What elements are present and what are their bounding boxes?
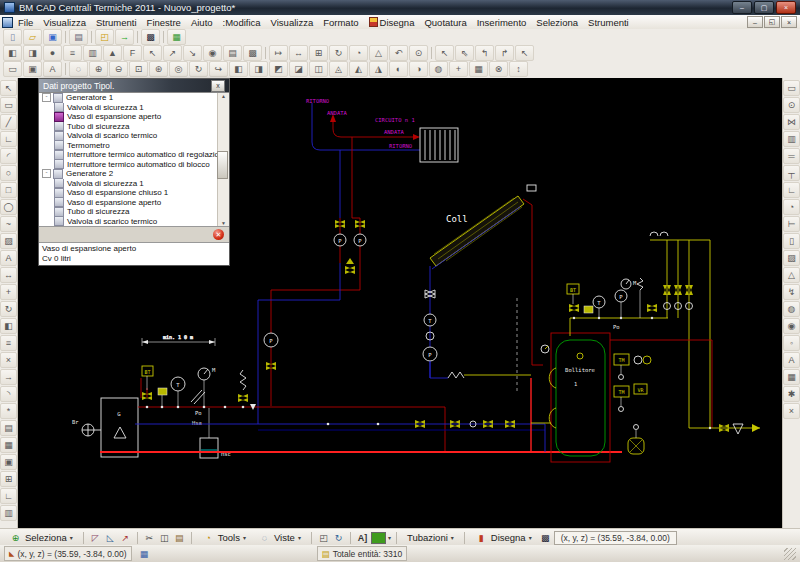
menu-visualizza-1[interactable]: Visualizza (38, 17, 91, 28)
view-left-icon[interactable]: ◭ (349, 61, 368, 77)
zoom-previous-icon[interactable]: ↻ (189, 61, 208, 77)
dim-icon[interactable]: ↔ (0, 267, 17, 283)
named-view-icon[interactable]: ▣ (23, 61, 42, 77)
render-icon[interactable]: ▦ (469, 61, 488, 77)
palette-close-button[interactable]: x (211, 80, 225, 92)
mdi-window-button[interactable]: × (781, 16, 797, 28)
explode-icon[interactable]: * (0, 403, 17, 419)
menu-inserimento[interactable]: Inserimento (472, 17, 532, 28)
disegna-dropdown[interactable]: ▮ Disegna ▾ (470, 531, 537, 545)
undo-icon[interactable]: ↶ (389, 45, 408, 61)
label-tool-icon[interactable]: A (783, 352, 800, 368)
regen-icon[interactable]: ↻ (332, 532, 345, 544)
triangle-snap-icon[interactable]: △ (369, 45, 388, 61)
radiator-tool-icon[interactable]: ▥ (783, 131, 800, 147)
tank-tool-icon[interactable]: ▯ (783, 233, 800, 249)
pointer-icon[interactable]: ↖ (0, 80, 17, 96)
tag-icon[interactable]: ◉ (203, 45, 222, 61)
circle-icon[interactable]: ○ (0, 165, 17, 181)
new-icon[interactable]: ▯ (3, 29, 22, 45)
scroll-up-icon[interactable]: ▲ (221, 93, 226, 99)
rotate-icon[interactable]: ↻ (329, 45, 348, 61)
generator-group[interactable]: G Br (72, 378, 147, 457)
text-style-icon[interactable]: A] (356, 532, 369, 544)
tree-item[interactable]: - Valvola di sicurezza 1 (39, 179, 229, 189)
hatch-icon[interactable]: ▨ (0, 233, 17, 249)
viste-dropdown[interactable]: ◌ Viste ▾ (253, 531, 306, 545)
tree-item[interactable]: - Valvola di scarico termico (39, 131, 229, 141)
menu-modifica[interactable]: :Modifica (218, 17, 266, 28)
lasso-icon[interactable]: ↗ (163, 45, 182, 61)
thermo-tool-icon[interactable]: ⊢ (783, 216, 800, 232)
generator-fittings-group[interactable]: BT T M Po (138, 366, 445, 452)
zoom-window-icon[interactable]: ⊡ (129, 61, 148, 77)
tree-item[interactable]: - Vaso di espansione chiuso 1 (39, 188, 229, 198)
layer-color-swatch[interactable] (371, 532, 386, 544)
line-icon[interactable]: ╱ (0, 114, 17, 130)
palette-title-bar[interactable]: Dati progetto Tipol. x (39, 79, 229, 92)
cursor-pick-icon[interactable]: ↖ (435, 45, 454, 61)
project-tree[interactable]: - Generatore 1 - Valvola di sicurezza 1 … (39, 92, 229, 226)
solar-collector-group[interactable]: Coll (430, 185, 536, 283)
zoom-realtime-icon[interactable]: ◌ (69, 61, 88, 77)
menu-formato[interactable]: Formato (318, 17, 363, 28)
zoom-out-icon[interactable]: ⊖ (109, 61, 128, 77)
view-right-icon[interactable]: ◮ (369, 61, 388, 77)
tree-expander-icon[interactable]: - (42, 93, 51, 102)
text-icon[interactable]: A (0, 250, 17, 266)
mirror-tool-icon[interactable]: ◧ (0, 318, 17, 334)
seleziona-dropdown[interactable]: ⊕ Seleziona ▾ (4, 531, 78, 545)
annotate-icon[interactable]: A (43, 61, 62, 77)
zoom-in-icon[interactable]: ⊕ (89, 61, 108, 77)
blocks-icon[interactable]: ▩ (539, 532, 552, 544)
tree-item[interactable]: - Interruttore termico automatico di reg… (39, 150, 229, 160)
tree-item[interactable]: - Interruttore termico automatico di blo… (39, 160, 229, 170)
tree-item[interactable]: - Tubo di sicurezza (39, 122, 229, 132)
chevron-down-icon[interactable]: ▾ (388, 534, 391, 541)
menu-visualizza-2[interactable]: Visualizza (266, 17, 319, 28)
erase2-tool-icon[interactable]: × (783, 403, 800, 419)
schema-tool-icon[interactable]: ▦ (783, 369, 800, 385)
collector-tool-icon[interactable]: ▨ (783, 250, 800, 266)
tubazioni-dropdown[interactable]: Tubazioni ▾ (402, 531, 459, 544)
save-icon[interactable]: ▣ (43, 29, 62, 45)
ellipse-icon[interactable]: ◯ (0, 199, 17, 215)
cursor-add-icon[interactable]: ⇖ (455, 45, 474, 61)
dimension-group[interactable]: min. 1 0 m (142, 334, 215, 346)
offset-icon[interactable]: ≡ (63, 45, 82, 61)
tree-item[interactable]: - Vaso di espansione aperto (39, 112, 229, 122)
insert-icon[interactable]: ⊞ (0, 471, 17, 487)
menu-aiuto[interactable]: Aiuto (186, 17, 218, 28)
mdi-window-button[interactable]: – (747, 16, 763, 28)
zoom-extents-icon[interactable]: ⊛ (149, 61, 168, 77)
rect-icon[interactable]: □ (0, 182, 17, 198)
boiler-tool-icon[interactable]: ▭ (783, 80, 800, 96)
tee-tool-icon[interactable]: ┬ (783, 165, 800, 181)
symbol-tool-icon[interactable]: ✱ (783, 386, 800, 402)
extend-icon[interactable]: → (0, 369, 17, 385)
copy-entity-icon[interactable]: ◧ (3, 45, 22, 61)
paste-icon[interactable]: ▤ (173, 532, 186, 544)
circuit1-group[interactable]: RITORNO ANDATA CIRCUITO n 1 ANDATA RITOR… (306, 98, 420, 218)
right-risers-group[interactable] (610, 232, 760, 434)
minimize-button[interactable]: – (732, 1, 752, 14)
zoom-all-icon[interactable]: ◎ (169, 61, 188, 77)
arc-icon[interactable]: ◜ (0, 148, 17, 164)
array-icon[interactable]: ▥ (83, 45, 102, 61)
pump-tool-icon[interactable]: ⊙ (783, 97, 800, 113)
tree-item[interactable]: - Generatore 1 (39, 93, 229, 103)
open-icon[interactable]: ▱ (23, 29, 42, 45)
block-icon[interactable]: ▣ (0, 454, 17, 470)
menu-strumenti-1[interactable]: Strumenti (91, 17, 142, 28)
field-icon[interactable]: F (123, 45, 142, 61)
shade-flat-icon[interactable]: ◐ (389, 61, 408, 77)
cursor-fence-icon[interactable]: ↱ (495, 45, 514, 61)
tree-scrollbar[interactable]: ▲ ▼ (217, 93, 229, 226)
view-sw-icon[interactable]: ◧ (229, 61, 248, 77)
remove-component-button[interactable]: ✕ (213, 229, 224, 240)
properties-icon[interactable]: ▦ (0, 437, 17, 453)
tree-item[interactable]: - Tubo di sicurezza (39, 207, 229, 217)
menu-quotatura[interactable]: Quotatura (419, 17, 471, 28)
burner-tool-icon[interactable]: ◉ (783, 318, 800, 334)
cone-icon[interactable]: ▲ (103, 45, 122, 61)
